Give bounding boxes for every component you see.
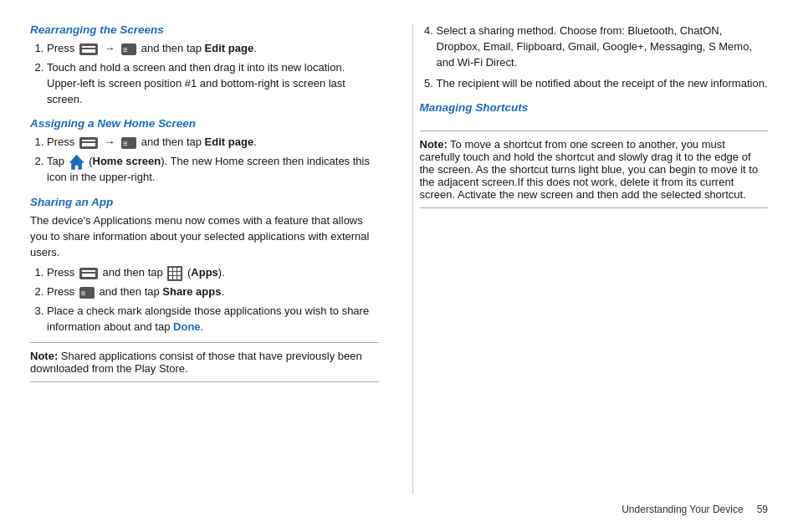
edit-page-label: Edit page bbox=[205, 42, 254, 54]
list-item: Select a sharing method. Choose from: Bl… bbox=[437, 23, 769, 71]
assigning-list: Press → and then tap Edit page. Tap (Hom… bbox=[30, 135, 379, 186]
right-column: Select a sharing method. Choose from: Bl… bbox=[412, 23, 769, 494]
footer-text: Understanding Your Device bbox=[622, 504, 743, 515]
menu-icon bbox=[79, 268, 98, 279]
page-footer: Understanding Your Device 59 bbox=[30, 504, 768, 515]
section-assigning-title: Assigning a New Home Screen bbox=[30, 117, 379, 130]
menu-icon bbox=[79, 43, 98, 55]
edit-icon bbox=[121, 137, 136, 149]
list-item: Place a check mark alongside those appli… bbox=[47, 304, 379, 335]
list-item: Press → and then tap Edit page. bbox=[47, 135, 379, 151]
two-column-layout: Rearranging the Screens Press → and then… bbox=[30, 23, 768, 494]
sharing-list: Press and then tap (Apps). bbox=[30, 265, 379, 335]
done-label: Done bbox=[173, 320, 201, 333]
list-item: The recipient will be notified about the… bbox=[437, 76, 769, 92]
note-text-right: To move a shortcut from one screen to an… bbox=[420, 138, 759, 201]
left-column: Rearranging the Screens Press → and then… bbox=[30, 23, 386, 494]
rearranging-list: Press → and then tap Edit page. Touch an… bbox=[30, 41, 379, 107]
page-number: 59 bbox=[757, 504, 768, 515]
note-box-right: Note: To move a shortcut from one screen… bbox=[420, 130, 769, 208]
arrow: → bbox=[104, 42, 115, 54]
edit-page-label: Edit page bbox=[205, 136, 254, 148]
section-managing-title: Managing Shortcuts bbox=[420, 101, 769, 114]
apps-label: Apps bbox=[191, 266, 218, 279]
note-box-left: Note: Shared applications consist of tho… bbox=[30, 342, 379, 382]
edit-icon bbox=[121, 43, 136, 55]
section-rearranging-title: Rearranging the Screens bbox=[30, 23, 379, 36]
section-sharing-title: Sharing an App bbox=[30, 196, 379, 208]
list-item: Tap (Home screen). The new Home screen t… bbox=[47, 154, 379, 186]
list-item: Press and then tap (Apps). bbox=[47, 265, 379, 281]
home-screen-label: Home screen bbox=[93, 155, 161, 167]
right-list: Select a sharing method. Choose from: Bl… bbox=[420, 23, 769, 91]
note-label-right: Note: bbox=[420, 138, 448, 151]
home-icon bbox=[69, 155, 84, 170]
page: Rearranging the Screens Press → and then… bbox=[0, 0, 798, 532]
list-item: Touch and hold a screen and then drag it… bbox=[47, 60, 379, 108]
note-label: Note: bbox=[30, 350, 58, 362]
menu-icon bbox=[79, 137, 98, 149]
note-text: Shared applications consist of those tha… bbox=[30, 350, 362, 375]
list-item: Press and then tap Share apps. bbox=[47, 284, 379, 300]
menu-icon-2 bbox=[79, 287, 95, 299]
sharing-body: The device's Applications menu now comes… bbox=[30, 213, 379, 261]
list-item: Press → and then tap Edit page. bbox=[47, 41, 379, 57]
share-apps-label: Share apps bbox=[162, 285, 221, 298]
arrow: → bbox=[104, 136, 115, 148]
apps-grid-icon bbox=[167, 266, 182, 281]
